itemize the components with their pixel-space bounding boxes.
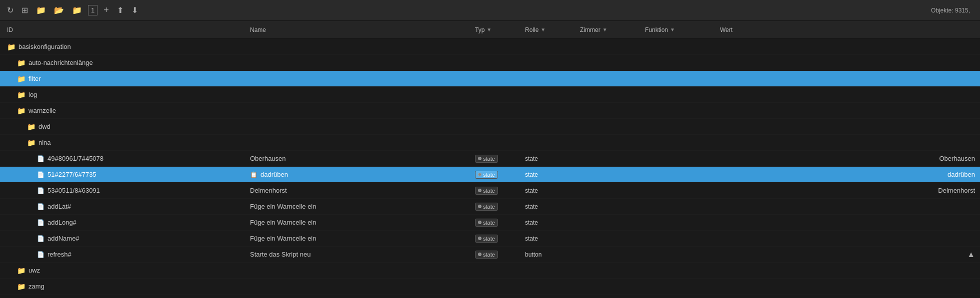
state-dot (478, 157, 482, 160)
file-icon: 📄 (37, 203, 44, 210)
refresh-icon[interactable]: ↻ (5, 3, 16, 17)
content-area: 📁 basiskonfiguration 📁 auto-nachrichtenl… (0, 39, 980, 298)
id-text: addLat# (48, 203, 71, 210)
folder-label: nina (38, 139, 51, 146)
row-id: 📄 addLat# (0, 203, 250, 210)
row-rolle: state (525, 187, 580, 194)
col-header-rolle[interactable]: Rolle ▼ (525, 26, 580, 33)
row-name: Füge ein Warncelle ein (250, 203, 475, 210)
row-wert: Delmenhorst (720, 187, 980, 194)
wert-value: Oberhausen (939, 155, 975, 162)
folder-row[interactable]: 📁 auto-nachrichtenlänge (0, 55, 980, 71)
row-typ: state (475, 203, 525, 211)
typ-badge: state (475, 251, 498, 259)
row-wert: dadrüben (720, 171, 980, 178)
name-text: Delmenhorst (250, 187, 287, 194)
folder-icon: 📁 (17, 75, 26, 83)
numbered-icon[interactable]: 1 (88, 5, 98, 15)
folder-label: auto-nachrichtenlänge (28, 59, 93, 66)
upload-icon[interactable]: ⬆ (115, 3, 126, 17)
file-row[interactable]: 📄 refresh# Starte das Skript neu state b… (0, 247, 980, 263)
folder-row[interactable]: 📁 basiskonfiguration (0, 39, 980, 55)
row-wert: ▲ (720, 250, 980, 259)
col-header-funktion[interactable]: Funktion ▼ (645, 26, 720, 33)
folder-icon: 📁 (27, 123, 36, 131)
folder-icon: 📁 (7, 43, 16, 51)
folder-icon: 📁 (17, 91, 26, 99)
zimmer-dropdown-arrow[interactable]: ▼ (602, 27, 608, 32)
folder-label: basiskonfiguration (18, 43, 71, 50)
typ-label: state (483, 204, 495, 210)
row-id: 📄 addName# (0, 235, 250, 242)
rolle-label: state (525, 219, 538, 226)
folder-icon: 📁 (27, 139, 36, 147)
rolle-dropdown-arrow[interactable]: ▼ (540, 27, 546, 32)
file-row[interactable]: 📄 49#80961/7#45078 Oberhausen state stat… (0, 151, 980, 167)
row-rolle: state (525, 171, 580, 178)
col-header-id: ID (0, 26, 250, 33)
typ-dropdown-arrow[interactable]: ▼ (486, 27, 492, 32)
file-row[interactable]: 📄 addLong# Füge ein Warncelle ein state … (0, 215, 980, 231)
row-rolle: state (525, 155, 580, 162)
rolle-label: button (525, 251, 542, 258)
file-row[interactable]: 📄 51#2277/6#7735 📋 dadrüben state state … (0, 167, 980, 183)
folder-icon: 📁 (17, 283, 26, 291)
typ-label: state (483, 252, 495, 258)
folder-row[interactable]: 📁 filter (0, 71, 980, 87)
file-row[interactable]: 📄 53#0511/8#63091 Delmenhorst state stat… (0, 183, 980, 199)
wert-value: dadrüben (948, 171, 975, 178)
folder-open-icon[interactable]: 📂 (52, 3, 66, 17)
state-dot (478, 205, 482, 208)
col-header-typ[interactable]: Typ ▼ (475, 26, 525, 33)
name-text: Füge ein Warncelle ein (250, 203, 316, 210)
row-rolle: state (525, 203, 580, 210)
folder-row[interactable]: 📁 uwz (0, 263, 980, 279)
col-header-wert: Wert (720, 26, 980, 33)
typ-label: state (483, 220, 495, 226)
folder-row[interactable]: 📁 warnzelle (0, 103, 980, 119)
folder-blue-icon[interactable]: 📁 (70, 3, 84, 17)
copy-icon: 📋 (250, 171, 258, 178)
file-row[interactable]: 📄 addLat# Füge ein Warncelle ein state s… (0, 199, 980, 215)
id-text: 49#80961/7#45078 (48, 155, 104, 162)
name-text: Oberhausen (250, 155, 286, 162)
wert-value: Delmenhorst (938, 187, 975, 194)
folder-row[interactable]: 📁 zamg (0, 279, 980, 295)
state-dot (478, 253, 482, 256)
download-icon[interactable]: ⬇ (130, 3, 140, 17)
typ-badge: state (475, 171, 498, 179)
typ-label: state (483, 156, 495, 162)
rolle-label: state (525, 171, 538, 178)
folder-row[interactable]: 📁 nina (0, 135, 980, 151)
typ-badge: state (475, 187, 498, 195)
typ-badge: state (475, 203, 498, 211)
folder-row[interactable]: 📁 log (0, 87, 980, 103)
row-id: 📄 refresh# (0, 251, 250, 258)
file-row[interactable]: 📄 addName# Füge ein Warncelle ein state … (0, 231, 980, 247)
columns-icon[interactable]: ⊞ (20, 3, 30, 17)
folder-label: log (28, 91, 37, 98)
folder-icon: 📁 (17, 107, 26, 115)
col-header-zimmer[interactable]: Zimmer ▼ (580, 26, 645, 33)
state-dot (478, 189, 482, 192)
folder-row[interactable]: 📁 dwd (0, 119, 980, 135)
row-typ: state (475, 155, 525, 163)
file-icon: 📄 (37, 219, 44, 226)
folder-icon[interactable]: 📁 (34, 3, 48, 17)
funktion-dropdown-arrow[interactable]: ▼ (670, 27, 675, 32)
folder-label: uwz (28, 267, 40, 274)
name-text: Starte das Skript neu (250, 251, 310, 258)
typ-label: state (483, 236, 495, 242)
column-headers: ID Name Typ ▼ Rolle ▼ Zimmer ▼ Funktion … (0, 21, 980, 39)
folder-label: filter (28, 75, 41, 82)
wert-value: ▲ (967, 250, 975, 259)
file-icon: 📄 (37, 235, 44, 242)
row-id: 📄 49#80961/7#45078 (0, 155, 250, 162)
row-name: 📋 dadrüben (250, 171, 475, 178)
row-rolle: button (525, 251, 580, 258)
id-text: addName# (48, 235, 80, 242)
add-icon[interactable]: + (102, 3, 111, 17)
row-id: 📄 51#2277/6#7735 (0, 171, 250, 178)
id-text: addLong# (48, 219, 76, 226)
typ-badge: state (475, 219, 498, 227)
